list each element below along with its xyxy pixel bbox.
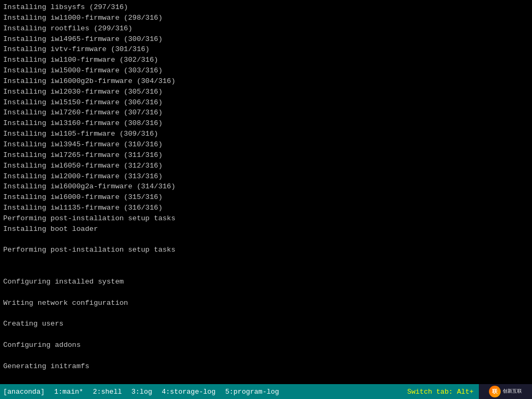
terminal-line: Installing iwl4965-firmware (300/316)	[3, 34, 529, 45]
tab-shell[interactable]: 2:shell	[93, 388, 122, 396]
terminal-line: Installing iwl1000-firmware (298/316)	[3, 13, 529, 23]
terminal-line: Installing iwl6000g2a-firmware (314/316)	[3, 181, 529, 192]
terminal-line: Generating initramfs	[3, 361, 529, 372]
terminal-line: Installing iwl3945-firmware (310/316)	[3, 139, 529, 150]
terminal-line: Performing post-installation setup tasks	[3, 213, 529, 224]
terminal-line	[3, 351, 529, 361]
terminal-line	[3, 287, 529, 298]
taskbar-prefix: [anaconda]	[3, 388, 45, 396]
terminal-line: Installing iwl1135-firmware (316/316)	[3, 203, 529, 213]
terminal-line	[3, 235, 529, 245]
terminal-line: Installing rootfiles (299/316)	[3, 23, 529, 34]
tab-log[interactable]: 3:log	[131, 388, 152, 396]
terminal-line: Installing iwl6050-firmware (312/316)	[3, 161, 529, 171]
terminal-line: Installing iwl100-firmware (302/316)	[3, 55, 529, 65]
terminal-line: Installing iwl2000-firmware (313/316)	[3, 171, 529, 182]
terminal-line: Installing iwl5150-firmware (306/316)	[3, 97, 529, 108]
tab-program-log[interactable]: 5:program-log	[225, 388, 279, 396]
terminal-line: Installing iwl7260-firmware (307/316)	[3, 107, 529, 118]
terminal-line	[3, 266, 529, 277]
terminal-line: Installing iwl7265-firmware (311/316)	[3, 150, 529, 161]
watermark-icon: 联	[489, 386, 501, 397]
terminal-line: Writing network configuration	[3, 298, 529, 309]
terminal-line: Installing boot loader	[3, 224, 529, 235]
terminal-line: Installing libsysfs (297/316)	[3, 2, 529, 13]
switch-hint: Switch tab: Alt+	[407, 388, 474, 396]
terminal-line: Performing post-installation setup tasks	[3, 245, 529, 255]
terminal-line: Configuring addons	[3, 340, 529, 351]
terminal-line: Installing iwl105-firmware (309/316)	[3, 129, 529, 139]
tab-storage-log[interactable]: 4:storage-log	[162, 388, 215, 396]
terminal-line	[3, 255, 529, 266]
terminal-line: Installing iwl5000-firmware (303/316)	[3, 65, 529, 76]
taskbar: [anaconda] 1:main* 2:shell 3:log 4:stora…	[0, 384, 532, 399]
terminal-line: Installing iwl2030-firmware (305/316)	[3, 87, 529, 97]
terminal-line	[3, 308, 529, 319]
watermark-text: 创新互联	[503, 389, 522, 394]
terminal-output: Installing libsysfs (297/316)Installing …	[0, 0, 532, 384]
terminal-line: Installing iwl6000-firmware (315/316)	[3, 192, 529, 203]
terminal-line: Installing ivtv-firmware (301/316)	[3, 44, 529, 55]
terminal-line: Installing iwl6000g2b-firmware (304/316)	[3, 76, 529, 87]
terminal-line: Configuring installed system	[3, 277, 529, 287]
watermark: 联 创新互联	[479, 384, 532, 399]
terminal-line: Creating users	[3, 319, 529, 329]
terminal-line: Installing iwl3160-firmware (308/316)	[3, 118, 529, 129]
terminal-line	[3, 329, 529, 340]
tab-main[interactable]: 1:main*	[54, 388, 83, 396]
